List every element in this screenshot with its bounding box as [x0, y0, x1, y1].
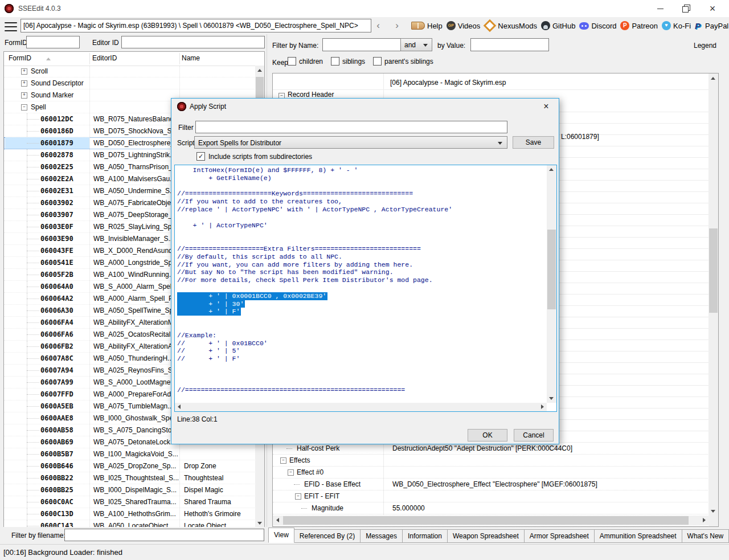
scroll-down-icon[interactable] — [711, 510, 715, 513]
tree-row[interactable]: 0600C13DWB_A100_HethothsGrim...Hethoth's… — [4, 508, 255, 520]
collapse-icon[interactable] — [280, 457, 286, 464]
scroll-up-icon[interactable] — [711, 77, 715, 80]
filter-by-name-input[interactable] — [322, 38, 401, 51]
toolbar-link-github[interactable]: GitHub — [541, 21, 575, 30]
expand-icon[interactable] — [21, 92, 27, 99]
column-header-formid[interactable]: FormID — [9, 54, 51, 62]
editor-scroll-thumb[interactable] — [547, 230, 556, 309]
filename-filter-input[interactable] — [64, 529, 264, 541]
code-line: // + ' | 5' — [177, 347, 547, 355]
scroll-down-icon[interactable] — [549, 397, 554, 400]
tree-stub — [301, 508, 307, 509]
editor-vertical-scrollbar[interactable] — [547, 165, 556, 403]
subdirs-option[interactable]: Include scripts from subdirectories — [196, 152, 312, 161]
record-scroll-thumb[interactable] — [709, 228, 718, 313]
restore-button[interactable] — [673, 0, 699, 17]
toolbar-link-discord[interactable]: Discord — [579, 22, 616, 30]
code-line: + GetFileName(e) — [177, 174, 547, 182]
expand-icon[interactable] — [21, 68, 27, 75]
tree-row[interactable]: 0600BB25WB_I000_DispelMagic_S...Dispel M… — [4, 484, 255, 496]
expand-icon[interactable] — [21, 80, 27, 87]
column-header-name[interactable]: Name — [182, 54, 200, 62]
toolbar-link-nexusmods[interactable]: NexusMods — [484, 20, 537, 31]
collapse-icon[interactable] — [21, 104, 27, 111]
filter-operator-select[interactable]: and — [400, 38, 432, 51]
record-row-half-cost-perk[interactable]: Half-cost PerkDestructionAdept50 "Adept … — [273, 443, 718, 455]
tree-row-formid: 06005F2B — [5, 269, 89, 280]
toolbar-link-patreon[interactable]: Patreon — [620, 21, 658, 30]
save-button[interactable]: Save — [513, 136, 554, 149]
column-header-editorid[interactable]: EditorID — [92, 54, 117, 62]
menu-icon[interactable] — [5, 21, 17, 32]
cancel-button[interactable]: Cancel — [514, 429, 554, 442]
subdirs-checkbox-label: Include scripts from subdirectories — [208, 153, 312, 161]
window-title: SSEEdit 4.0.3 — [18, 5, 61, 13]
dialog-title-bar[interactable]: Apply Script × — [171, 99, 559, 115]
record-vertical-scrollbar[interactable] — [708, 73, 718, 526]
toolbar-link-paypal[interactable]: PayPal — [695, 21, 728, 30]
scroll-up-icon[interactable] — [257, 69, 262, 72]
keep-option-siblings[interactable]: siblings — [331, 57, 365, 66]
checkbox-icon[interactable] — [331, 57, 339, 66]
tab-referenced-by-2[interactable]: Referenced By (2) — [294, 529, 361, 543]
record-row-label: Magnitude — [312, 502, 343, 514]
tree-row[interactable]: 0600B5B7WB_I100_MagickaVoid_S... — [4, 448, 255, 460]
editor-horizontal-scrollbar[interactable] — [175, 403, 547, 411]
record-row-effect-0[interactable]: Effect #0 — [273, 467, 718, 479]
script-code-editor[interactable]: IntToHex(FormID(e) and $FFFFFF, 8) + ' -… — [174, 165, 557, 412]
checkbox-checked-icon[interactable] — [196, 152, 205, 161]
collapse-icon[interactable] — [288, 469, 294, 476]
tab-weapon-spreadsheet[interactable]: Weapon Spreadsheet — [448, 529, 525, 543]
record-row-magnitude[interactable]: Magnitude55.000000 — [273, 502, 718, 514]
tree-row-formid: 0600C13D — [5, 508, 89, 520]
tab-information[interactable]: Information — [403, 529, 448, 543]
formid-filter-input[interactable] — [26, 36, 80, 48]
tree-row-formid: 060064A2 — [5, 293, 89, 304]
minimize-button[interactable] — [647, 0, 673, 17]
editorid-filter-input[interactable] — [121, 36, 265, 48]
script-filter-input[interactable] — [195, 121, 507, 133]
tree-row-formid: 06003907 — [5, 209, 89, 220]
nav-back-icon[interactable]: ‹ — [373, 21, 383, 31]
collapse-icon[interactable] — [295, 493, 301, 500]
scroll-left-icon[interactable] — [276, 518, 279, 522]
legend-link[interactable]: Legend — [694, 42, 716, 50]
tree-row[interactable]: 0600C0ACWB_I025_SharedTrauma...Shared Tr… — [4, 496, 255, 508]
scroll-right-icon[interactable] — [541, 404, 544, 409]
plugin-column-header[interactable]: [06] Apocalypse - Magic of Skyrim.esp — [390, 79, 506, 87]
ok-button[interactable]: OK — [468, 429, 507, 442]
tab-armor-spreadsheet[interactable]: Armor Spreadsheet — [525, 529, 595, 543]
scroll-up-icon[interactable] — [549, 168, 554, 171]
record-row-efit-efit[interactable]: EFIT - EFIT — [273, 490, 718, 502]
tab-messages[interactable]: Messages — [361, 529, 403, 543]
dialog-close-icon[interactable]: × — [538, 100, 554, 113]
close-button[interactable] — [699, 0, 726, 17]
record-horizontal-scrollbar[interactable] — [273, 516, 709, 525]
tree-row[interactable]: 0600B646WB_A025_DropZone_Sp...Drop Zone — [4, 460, 255, 472]
script-select[interactable]: Export Spells for Distributor — [194, 136, 507, 149]
record-hscroll-thumb[interactable] — [283, 516, 689, 525]
toolbar-link-help[interactable]: Help — [411, 22, 443, 30]
keep-option-children[interactable]: children — [288, 57, 323, 66]
checkbox-icon[interactable] — [288, 57, 296, 66]
tab-view[interactable]: View — [268, 528, 294, 543]
toolbar-link-videos[interactable]: Videos — [447, 21, 481, 30]
nav-forward-icon[interactable]: › — [392, 21, 402, 31]
tree-row-formid: 0600AB58 — [5, 424, 89, 436]
toolbar-link-ko-fi[interactable]: Ko-Fi — [662, 21, 691, 30]
record-row-effects[interactable]: Effects — [273, 455, 718, 467]
tree-group-sound-descriptor[interactable]: Sound Descriptor — [4, 77, 255, 89]
tree-row-formid: 06006FB2 — [5, 341, 89, 352]
scroll-down-icon[interactable] — [257, 522, 262, 525]
filter-by-value-input[interactable] — [470, 38, 549, 51]
scroll-left-icon[interactable] — [178, 404, 181, 409]
scroll-right-icon[interactable] — [703, 518, 706, 522]
breadcrumb-path-input[interactable] — [21, 19, 371, 32]
tab-ammunition-spreadsheet[interactable]: Ammunition Spreadsheet — [595, 529, 682, 543]
tree-group-scroll[interactable]: Scroll — [4, 66, 255, 77]
checkbox-icon[interactable] — [373, 57, 382, 66]
keep-option-parent-s-siblings[interactable]: parent's siblings — [373, 57, 433, 66]
tree-row[interactable]: 0600BB22WB_I025_Thoughtsteal_S...Thought… — [4, 472, 255, 484]
tab-what-s-new[interactable]: What's New — [682, 529, 729, 543]
record-row-efid-base-effect[interactable]: EFID - Base EffectWB_D050_Electrosphere_… — [273, 479, 718, 490]
